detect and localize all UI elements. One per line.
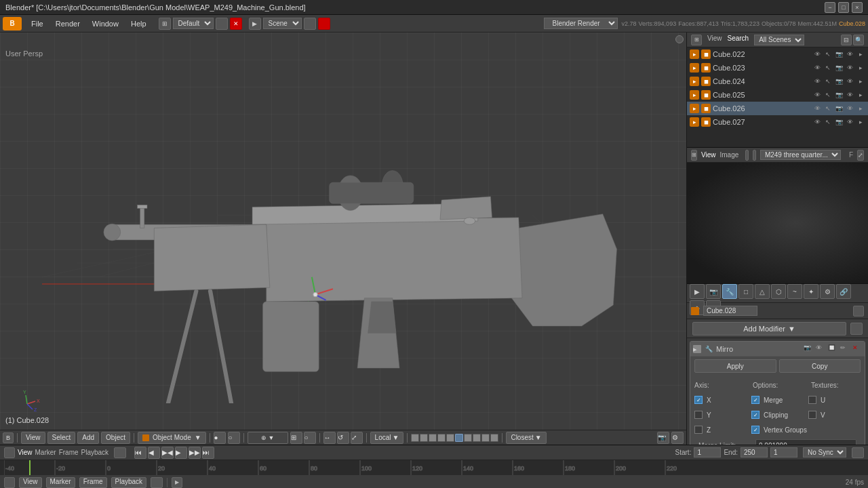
modifier-options-btn[interactable]: [850, 323, 863, 335]
render-icon[interactable]: 📷: [834, 49, 844, 59]
render-mode-btn[interactable]: ●: [214, 432, 226, 444]
view-menu-button[interactable]: View: [21, 432, 45, 444]
preview-settings2[interactable]: [753, 150, 756, 161]
cursor-icon-026[interactable]: ↖: [823, 104, 833, 113]
cursor-icon-023[interactable]: ↖: [823, 63, 833, 73]
axis-x-checkbox[interactable]: [694, 396, 703, 404]
proportional-edit-btn[interactable]: ○: [304, 432, 316, 444]
view-icon-025[interactable]: 👁: [812, 90, 822, 100]
view-icon[interactable]: 👁: [812, 49, 822, 59]
modifier-edit-icon[interactable]: ✏: [840, 344, 850, 354]
pivot-selector[interactable]: ⊕ ▼: [248, 432, 288, 444]
local-space-btn[interactable]: Local ▼: [370, 432, 404, 444]
outliner-scope-select[interactable]: All Scenes: [754, 35, 804, 45]
scene-remove[interactable]: [318, 18, 330, 30]
layer-1[interactable]: [411, 434, 419, 442]
view-icon-023[interactable]: 👁: [812, 63, 822, 73]
modifier-collapse-btn[interactable]: ▸: [693, 345, 701, 353]
preview-settings[interactable]: [745, 150, 749, 161]
outliner-row-cube025[interactable]: ▸ ◼ Cube.025 👁 ↖ 📷 👁 ▸: [687, 88, 868, 102]
modifier-eye-icon[interactable]: 👁: [816, 344, 825, 354]
settings-btn[interactable]: ⚙: [671, 432, 684, 444]
lock-icon-027[interactable]: ▸: [856, 117, 865, 127]
outliner-row-cube027[interactable]: ▸ ◼ Cube.027 👁 ↖ 📷 👁 ▸: [687, 115, 868, 129]
layer-3[interactable]: [429, 434, 437, 442]
timeline-tab-marker[interactable]: Marker: [35, 449, 56, 456]
add-modifier-button[interactable]: Add Modifier ▼: [692, 322, 846, 336]
layer-2[interactable]: [420, 434, 428, 442]
cursor-icon-024[interactable]: ↖: [823, 77, 833, 86]
prop-icon-texture[interactable]: ~: [787, 284, 802, 299]
render-icon-023[interactable]: 📷: [834, 63, 844, 73]
timeline-tab-frame[interactable]: Frame: [59, 449, 79, 456]
preview-tab-image[interactable]: Image: [720, 151, 739, 159]
v-checkbox[interactable]: [808, 411, 816, 419]
hide-icon-026[interactable]: 👁: [845, 104, 854, 113]
lock-icon-024[interactable]: ▸: [856, 77, 865, 86]
viewport-3d[interactable]: User Persp (1) Cube.028 X Y Z B View Sel…: [0, 33, 686, 445]
menu-help[interactable]: Help: [125, 18, 152, 29]
layout-add[interactable]: [216, 18, 228, 30]
outliner-row-cube023[interactable]: ▸ ◼ Cube.023 👁 ↖ 📷 👁 ▸: [687, 61, 868, 75]
render-icon-025[interactable]: 📷: [834, 90, 844, 100]
prop-icon-particles[interactable]: ✦: [804, 284, 818, 299]
hide-icon-027[interactable]: 👁: [845, 117, 854, 127]
prop-icon-object[interactable]: □: [738, 284, 753, 299]
solid-mode-btn[interactable]: ○: [228, 432, 240, 444]
closest-btn[interactable]: Closest ▼: [506, 432, 546, 444]
render-icon-027[interactable]: 📷: [834, 117, 844, 127]
lock-icon-023[interactable]: ▸: [856, 63, 865, 73]
vertex-groups-checkbox[interactable]: [751, 426, 760, 434]
merge-checkbox[interactable]: [751, 396, 760, 404]
current-frame-input[interactable]: [770, 447, 797, 458]
prop-icon-modifier[interactable]: 🔧: [722, 284, 737, 299]
sync-select[interactable]: No Sync: [803, 447, 846, 458]
merge-limit-value[interactable]: 0.001000: [755, 439, 856, 445]
hide-icon-024[interactable]: 👁: [845, 77, 854, 86]
mode-select[interactable]: Object Mode ▼: [138, 432, 206, 444]
cursor-icon-025[interactable]: ↖: [823, 90, 833, 100]
view-icon-024[interactable]: 👁: [812, 77, 822, 86]
next-frame-btn[interactable]: ▶▶: [189, 447, 201, 459]
layer-8[interactable]: [473, 434, 481, 442]
view-icon-027[interactable]: 👁: [812, 117, 822, 127]
layer-9[interactable]: [481, 434, 490, 442]
layer-4[interactable]: [437, 434, 446, 442]
layout-remove[interactable]: ✕: [230, 18, 242, 30]
layer-7[interactable]: [464, 434, 472, 442]
lock-icon[interactable]: ▸: [856, 49, 865, 59]
lock-icon-025[interactable]: ▸: [856, 90, 865, 100]
timeline-tab-playback[interactable]: Playback: [81, 449, 109, 456]
modifier-render-icon[interactable]: 🔲: [828, 344, 837, 354]
minimize-button[interactable]: −: [825, 2, 835, 13]
rotate-btn[interactable]: ↺: [337, 432, 349, 444]
hide-icon-025[interactable]: 👁: [845, 90, 854, 100]
play-btn[interactable]: ▶: [175, 447, 187, 459]
prop-icon-render[interactable]: 📷: [706, 284, 721, 299]
play-reverse-btn[interactable]: ▶◀: [161, 447, 174, 459]
hide-icon-023[interactable]: 👁: [845, 63, 854, 73]
object-menu-button[interactable]: Object: [101, 432, 130, 444]
cursor-icon[interactable]: ↖: [823, 49, 833, 59]
prop-extra-btn[interactable]: [853, 306, 864, 317]
preview-tab-view[interactable]: View: [701, 151, 716, 159]
jump-start-btn[interactable]: ⏮: [134, 447, 146, 459]
axis-y-checkbox[interactable]: [694, 411, 703, 419]
preview-maximize[interactable]: ⤢: [857, 150, 864, 161]
hide-icon[interactable]: 👁: [845, 49, 854, 59]
prop-icon-mesh[interactable]: △: [755, 284, 770, 299]
outliner-row-cube026[interactable]: ▸ ◼ Cube.026 👁 ↖ 📷 👁 ▸: [687, 102, 868, 115]
status-rec-btn[interactable]: [151, 477, 163, 488]
close-button[interactable]: ×: [852, 2, 863, 13]
add-menu-button[interactable]: Add: [77, 432, 99, 444]
prop-icon-constraints[interactable]: 🔗: [836, 284, 851, 299]
outliner-row-cube024[interactable]: ▸ ◼ Cube.024 👁 ↖ 📷 👁 ▸: [687, 75, 868, 88]
timeline-ruler[interactable]: -40 -20 0 20 40 60 80 100 120 140: [0, 460, 868, 475]
maximize-button[interactable]: □: [838, 2, 849, 13]
cursor-icon-027[interactable]: ↖: [823, 117, 833, 127]
clipping-checkbox[interactable]: [751, 411, 760, 419]
layer-10[interactable]: [490, 434, 498, 442]
outliner-row-cube022[interactable]: ▸ ◼ Cube.022 👁 ↖ 📷 👁 ▸: [687, 47, 868, 61]
modifier-camera-icon[interactable]: 📷: [804, 344, 813, 354]
prop-icon-material[interactable]: ⬡: [771, 284, 786, 299]
